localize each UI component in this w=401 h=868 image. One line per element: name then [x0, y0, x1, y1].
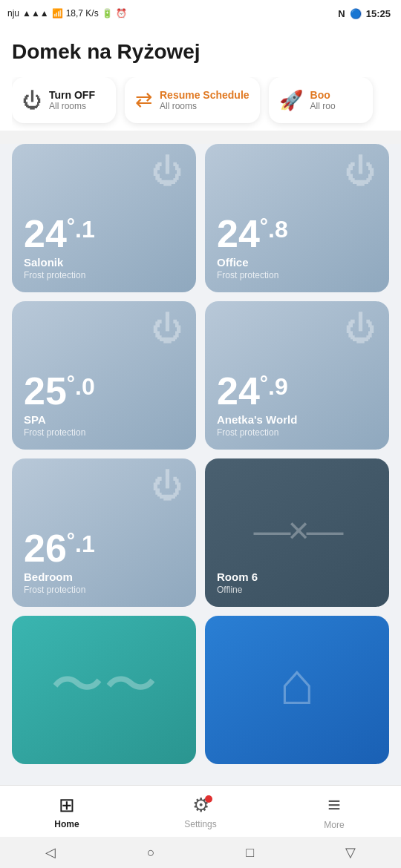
offline-icon: —×—: [253, 509, 340, 552]
alarm-icon: ⏰: [116, 8, 127, 19]
more-nav-label: More: [324, 820, 344, 830]
battery-label: 🔋: [102, 8, 113, 19]
temp-bedroom: 26°.1: [24, 529, 184, 568]
settings-nav-label: Settings: [184, 819, 216, 829]
resume-icon: ⇄: [135, 90, 152, 111]
page-title: Domek na Ryżowej: [12, 40, 389, 64]
quick-actions-row: ⏻ Turn OFF All rooms ⇄ Resume Schedule A…: [12, 77, 389, 131]
turn-off-title: Turn OFF: [49, 89, 95, 101]
action-resume-schedule[interactable]: ⇄ Resume Schedule All rooms: [125, 77, 260, 123]
status-right: N 🔵 15:25: [338, 8, 391, 19]
nav-settings[interactable]: ⚙ Settings: [134, 794, 267, 829]
room-name-bedroom: Bedroom: [24, 571, 184, 583]
temp-salonik: 24°.1: [24, 214, 184, 253]
room-card-anetkas-world[interactable]: ⏻ 24°.9 Anetka's World Frost protection: [205, 301, 389, 450]
carrier-label: nju: [7, 8, 19, 19]
room-name-anetkas: Anetka's World: [217, 413, 377, 426]
temp-office: 24°.8: [217, 214, 377, 253]
room-name-office: Office: [217, 256, 377, 269]
wind-icon: 〜〜: [50, 658, 157, 711]
boost-icon: 🚀: [279, 91, 303, 110]
action-turn-off[interactable]: ⏻ Turn OFF All rooms: [12, 77, 116, 123]
rooms-section: ⏻ 24°.1 Salonik Frost protection ⏻ 24°.8…: [0, 144, 401, 868]
android-menu[interactable]: ▽: [345, 844, 356, 861]
nav-more[interactable]: ≡ More: [267, 792, 401, 830]
home-nav-icon: ⊞: [59, 794, 75, 817]
room-name-room6: Room 6: [217, 571, 377, 583]
room-status-salonik: Frost protection: [24, 270, 184, 280]
status-bar: nju ▲▲▲ 📶 18,7 K/s 🔋 ⏰ N 🔵 15:25: [0, 0, 401, 27]
action-boost[interactable]: 🚀 Boo All roo: [269, 77, 373, 123]
signal-icon: ▲▲▲: [22, 8, 49, 19]
settings-badge: [205, 795, 212, 803]
room-card-bedroom[interactable]: ⏻ 26°.1 Bedroom Frost protection: [12, 458, 196, 607]
resume-subtitle: All rooms: [160, 101, 250, 111]
power-icon-salonik: ⏻: [151, 156, 183, 187]
room-card-spa[interactable]: ⏻ 25°.0 SPA Frost protection: [12, 301, 196, 450]
speed-label: 18,7 K/s: [66, 8, 99, 19]
power-icon-spa: ⏻: [151, 313, 183, 344]
room-card-blue[interactable]: ⌂: [205, 616, 389, 764]
wifi-icon: 📶: [52, 8, 63, 19]
bottom-nav: ⊞ Home ⚙ Settings ≡ More: [0, 785, 401, 837]
main-content: Domek na Ryżowej ⏻ Turn OFF All rooms ⇄ …: [0, 27, 401, 131]
nav-home[interactable]: ⊞ Home: [0, 794, 134, 829]
android-recent[interactable]: □: [246, 845, 254, 861]
home-nav-label: Home: [54, 819, 79, 829]
room-grid: ⏻ 24°.1 Salonik Frost protection ⏻ 24°.8…: [12, 144, 389, 772]
room-status-office: Frost protection: [217, 270, 377, 280]
room-status-spa: Frost protection: [24, 427, 184, 438]
home-icon: ⌂: [279, 654, 315, 714]
bluetooth-icon: 🔵: [350, 8, 362, 19]
boost-title: Boo: [310, 89, 336, 101]
android-home[interactable]: ○: [147, 845, 155, 861]
boost-subtitle: All roo: [310, 101, 336, 111]
turn-off-icon: ⏻: [22, 91, 42, 110]
room-name-spa: SPA: [24, 413, 184, 426]
android-back[interactable]: ◁: [45, 844, 56, 861]
room-status-room6: Offline: [217, 585, 377, 595]
resume-title: Resume Schedule: [160, 89, 250, 101]
room-card-office[interactable]: ⏻ 24°.8 Office Frost protection: [205, 144, 389, 292]
power-icon-anetkas: ⏻: [345, 313, 376, 344]
clock-label: 15:25: [366, 8, 391, 19]
turn-off-subtitle: All rooms: [49, 101, 95, 111]
room-card-salonik[interactable]: ⏻ 24°.1 Salonik Frost protection: [12, 144, 196, 292]
android-nav-bar: ◁ ○ □ ▽: [0, 837, 401, 868]
temp-spa: 25°.0: [24, 372, 184, 410]
room-status-bedroom: Frost protection: [24, 585, 184, 595]
power-icon-office: ⏻: [345, 156, 376, 187]
nfc-icon: N: [338, 8, 345, 19]
power-icon-bedroom: ⏻: [151, 470, 183, 502]
room-card-room6[interactable]: —×— Room 6 Offline: [205, 458, 389, 607]
status-left: nju ▲▲▲ 📶 18,7 K/s 🔋 ⏰: [7, 8, 127, 19]
temp-anetkas: 24°.9: [217, 372, 377, 410]
room-card-teal[interactable]: 〜〜: [12, 616, 196, 764]
more-nav-icon: ≡: [327, 792, 341, 818]
room-name-salonik: Salonik: [24, 256, 184, 269]
room-status-anetkas: Frost protection: [217, 427, 377, 438]
